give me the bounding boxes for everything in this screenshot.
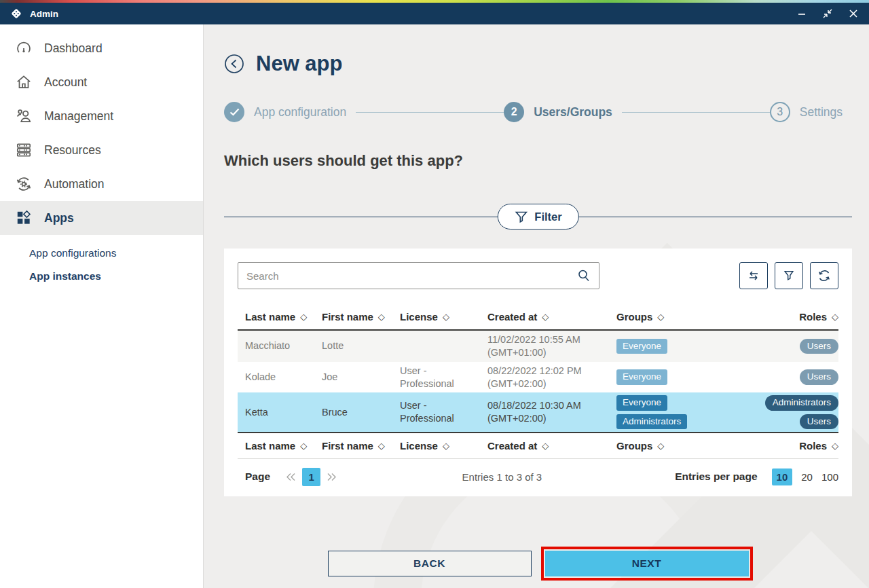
filter-table-button[interactable] <box>775 262 803 289</box>
app-window: Admin Dashboard <box>0 0 869 588</box>
group-badge: Everyone <box>616 339 667 354</box>
group-badge: Everyone <box>616 369 667 384</box>
step-2-circle: 2 <box>504 102 524 122</box>
sidebar: Dashboard Account Management <box>0 24 204 588</box>
column-label: Groups <box>616 311 652 323</box>
column-label: Groups <box>616 440 652 452</box>
next-button[interactable]: NEXT <box>545 551 749 576</box>
column-label: First name <box>322 311 373 323</box>
entries-per-page-label: Entries per page <box>675 471 757 483</box>
search-icon[interactable] <box>577 269 591 282</box>
minimize-button[interactable] <box>796 7 808 20</box>
group-badge: Everyone <box>616 395 667 410</box>
column-label: Last name <box>245 311 295 323</box>
sidebar-item-management[interactable]: Management <box>0 99 203 133</box>
sidebar-subitem-app-configurations[interactable]: App configurations <box>29 242 203 265</box>
entries-summary: Entries 1 to 3 of 3 <box>462 471 542 483</box>
sidebar-item-label: Resources <box>44 143 101 158</box>
column-header-groups[interactable]: Groups◇ <box>616 311 735 323</box>
column-header-groups[interactable]: Groups◇ <box>616 440 735 452</box>
column-header-last-name[interactable]: Last name◇ <box>238 311 322 323</box>
swap-arrows-icon <box>747 269 760 282</box>
cell-first-name: Bruce <box>322 406 400 419</box>
cell-first-name: Lotte <box>322 339 400 352</box>
cell-license: User - Professional <box>400 399 487 425</box>
back-circle-button[interactable] <box>224 54 244 74</box>
last-page-button[interactable] <box>326 472 337 482</box>
per-page-option-10[interactable]: 10 <box>772 468 793 485</box>
table-body: MacchiatoLotte11/02/2022 10:55 AM (GMT+0… <box>238 331 838 432</box>
filter-toggle-button[interactable]: Filter <box>497 204 578 229</box>
check-icon <box>229 108 240 116</box>
double-chevron-right-icon <box>326 472 337 482</box>
window-title: Admin <box>30 9 796 19</box>
per-page-option-100[interactable]: 100 <box>821 471 838 483</box>
role-badge: Users <box>800 414 838 429</box>
sort-icon: ◇ <box>443 441 449 451</box>
column-header-roles[interactable]: Roles◇ <box>735 440 838 452</box>
column-label: First name <box>322 440 373 452</box>
stepper: App configuration 2 Users/Groups 3 Setti… <box>224 102 852 122</box>
stepper-connector <box>356 112 504 113</box>
sidebar-item-apps[interactable]: Apps <box>0 201 203 235</box>
column-label: Roles <box>799 311 827 323</box>
sidebar-item-dashboard[interactable]: Dashboard <box>0 31 203 65</box>
sidebar-item-label: Account <box>44 75 87 90</box>
current-page-button[interactable]: 1 <box>302 468 320 486</box>
titlebar: Admin <box>0 3 869 24</box>
users-icon <box>15 107 33 125</box>
funnel-icon <box>783 270 795 282</box>
column-header-created-at[interactable]: Created at◇ <box>487 440 616 452</box>
sidebar-item-automation[interactable]: Automation <box>0 167 203 201</box>
search-input[interactable] <box>246 270 577 282</box>
group-badge: Administrators <box>616 414 687 429</box>
column-header-last-name[interactable]: Last name◇ <box>238 440 322 452</box>
sort-icon: ◇ <box>657 312 664 322</box>
sort-icon: ◇ <box>542 441 549 451</box>
role-badge: Users <box>800 369 838 384</box>
question-heading: Which users should get this app? <box>224 152 852 170</box>
table-row[interactable]: KettaBruceUser - Professional08/18/2022 … <box>238 392 838 431</box>
sort-icon: ◇ <box>300 312 307 322</box>
restore-button[interactable] <box>821 7 834 20</box>
table-header-row: Last name◇First name◇License◇Created at◇… <box>238 304 838 331</box>
cell-created-at: 08/22/2022 12:02 PM (GMT+02:00) <box>487 365 616 390</box>
column-header-first-name[interactable]: First name◇ <box>322 311 400 323</box>
double-chevron-left-icon <box>285 472 297 482</box>
column-header-roles[interactable]: Roles◇ <box>735 311 838 323</box>
page-label: Page <box>238 471 270 483</box>
sidebar-item-resources[interactable]: Resources <box>0 133 203 167</box>
close-button[interactable] <box>847 7 859 20</box>
table-row[interactable]: KoladeJoeUser - Professional08/22/2022 1… <box>238 362 838 393</box>
users-table-panel: Last name◇First name◇License◇Created at◇… <box>224 249 852 496</box>
column-header-license[interactable]: License◇ <box>400 440 487 452</box>
back-button[interactable]: BACK <box>328 551 532 576</box>
page-title: New app <box>256 52 342 76</box>
sidebar-item-account[interactable]: Account <box>0 65 203 99</box>
apps-subnav: App configurations App instances <box>0 235 203 288</box>
transfer-columns-button[interactable] <box>739 262 768 289</box>
stepper-connector <box>622 112 770 113</box>
step-3-circle: 3 <box>770 102 790 122</box>
per-page-option-20[interactable]: 20 <box>801 471 813 483</box>
table-row[interactable]: MacchiatoLotte11/02/2022 10:55 AM (GMT+0… <box>238 331 838 362</box>
sidebar-subitem-app-instances[interactable]: App instances <box>29 265 203 288</box>
column-label: License <box>400 311 438 323</box>
app-logo-icon <box>10 7 23 20</box>
refresh-button[interactable] <box>810 262 838 289</box>
column-header-created-at[interactable]: Created at◇ <box>487 311 616 323</box>
filter-label: Filter <box>534 210 561 223</box>
column-header-license[interactable]: License◇ <box>400 311 487 323</box>
sort-icon: ◇ <box>832 441 838 451</box>
table-header-row: Last name◇First name◇License◇Created at◇… <box>238 432 838 458</box>
first-page-button[interactable] <box>285 472 297 482</box>
cell-last-name: Kolade <box>238 371 322 384</box>
column-header-first-name[interactable]: First name◇ <box>322 440 400 452</box>
home-icon <box>15 73 33 91</box>
column-label: License <box>400 440 438 452</box>
step-3-label: Settings <box>800 105 843 120</box>
cell-groups: Everyone <box>616 339 735 354</box>
column-label: Created at <box>487 311 537 323</box>
sidebar-item-label: Management <box>44 109 113 124</box>
cell-groups: Everyone <box>616 369 735 384</box>
